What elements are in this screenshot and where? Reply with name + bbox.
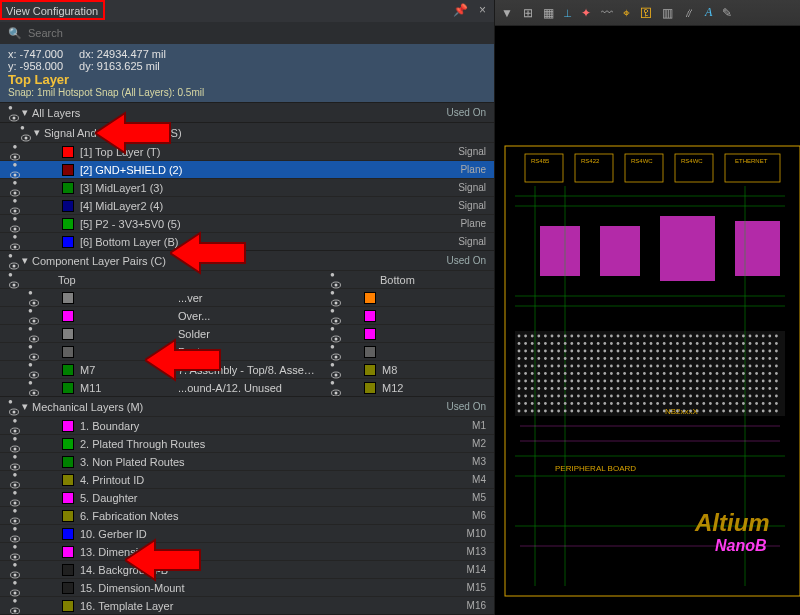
layer-row[interactable]: 6. Fabrication Notes M6 — [0, 506, 494, 524]
layer-row[interactable]: 16. Template Layer M16 — [0, 596, 494, 614]
caret-icon[interactable]: ▾ — [34, 126, 44, 139]
color-swatch[interactable] — [62, 528, 74, 540]
svg-point-131 — [689, 335, 692, 338]
section-component-pairs[interactable]: ▾ Component Layer Pairs (C) Used On — [0, 250, 494, 270]
svg-point-320 — [617, 372, 620, 375]
svg-point-226 — [524, 357, 527, 360]
svg-point-432 — [564, 395, 567, 398]
close-icon[interactable]: × — [479, 3, 486, 17]
svg-point-148 — [537, 342, 540, 345]
svg-point-529 — [676, 410, 679, 413]
route-icon[interactable]: 〰 — [601, 6, 613, 20]
svg-point-149 — [544, 342, 547, 345]
color-swatch[interactable] — [62, 438, 74, 450]
svg-point-354 — [577, 380, 580, 383]
color-swatch[interactable] — [62, 200, 74, 212]
filter-icon[interactable]: ▼ — [501, 6, 513, 20]
section-all-layers[interactable]: ▾ All Layers Used On — [0, 102, 494, 122]
grid-icon[interactable]: ▦ — [543, 6, 554, 20]
svg-point-155 — [584, 342, 587, 345]
svg-point-167 — [663, 342, 666, 345]
align-icon[interactable]: ⊞ — [523, 6, 533, 20]
eye-icon[interactable] — [8, 394, 22, 420]
key-icon[interactable]: ⚿ — [640, 6, 652, 20]
caret-icon[interactable]: ▾ — [22, 106, 32, 119]
svg-point-132 — [696, 335, 699, 338]
layer-row[interactable]: 1. Boundary M1 — [0, 416, 494, 434]
panel-titlebar[interactable]: View Configuration 📌 × — [0, 0, 494, 22]
svg-point-197 — [597, 350, 600, 353]
svg-point-383 — [768, 380, 771, 383]
section-mechanical[interactable]: ▾ Mechanical Layers (M) Used On — [0, 396, 494, 416]
layer-row[interactable]: 14. Background-B M14 — [0, 560, 494, 578]
color-swatch[interactable] — [62, 182, 74, 194]
layer-row[interactable]: [4] MidLayer2 (4) Signal — [0, 196, 494, 214]
canvas-toolbar[interactable]: ▼ ⊞ ▦ ⟂ ✦ 〰 ⌖ ⚿ ▥ ⫽ A ✎ — [495, 0, 800, 26]
svg-point-408 — [669, 387, 672, 390]
highlight-icon[interactable]: ✦ — [581, 6, 591, 20]
svg-point-533 — [702, 410, 705, 413]
svg-point-308 — [537, 372, 540, 375]
layer-row[interactable]: [5] P2 - 3V3+5V0 (5) Plane — [0, 214, 494, 232]
color-swatch[interactable] — [364, 382, 376, 394]
layer-tree[interactable]: ▾ All Layers Used On ▾ Signal And Plane … — [0, 102, 494, 615]
color-swatch[interactable] — [62, 236, 74, 248]
layer-row[interactable]: 10. Gerber ID M10 — [0, 524, 494, 542]
svg-point-206 — [656, 350, 659, 353]
color-swatch[interactable] — [62, 382, 74, 394]
color-swatch[interactable] — [62, 456, 74, 468]
svg-point-399 — [610, 387, 613, 390]
pcb-canvas[interactable]: RS485 RS422 RS4WC RS4WC ETHERNET PERIPHE… — [495, 26, 800, 615]
search-bar[interactable]: 🔍 — [0, 22, 494, 44]
layer-row[interactable]: 15. Dimension-Mount M15 — [0, 578, 494, 596]
pin-icon[interactable]: 📌 — [453, 3, 468, 17]
color-swatch[interactable] — [62, 474, 74, 486]
svg-point-230 — [551, 357, 554, 360]
layer-row[interactable]: 2. Plated Through Routes M2 — [0, 434, 494, 452]
svg-point-311 — [557, 372, 560, 375]
layer-row[interactable]: 13. DimensionA M13 — [0, 542, 494, 560]
caret-icon[interactable]: ▾ — [22, 400, 32, 413]
eye-icon[interactable] — [20, 120, 34, 146]
search-input[interactable] — [28, 27, 486, 39]
text-icon[interactable]: A — [705, 5, 712, 20]
eye-icon[interactable] — [8, 612, 22, 616]
color-swatch[interactable] — [62, 582, 74, 594]
layer-row[interactable]: [6] Bottom Layer (B) Signal — [0, 232, 494, 250]
svg-rect-96 — [540, 226, 580, 276]
color-swatch[interactable] — [62, 564, 74, 576]
svg-point-407 — [663, 387, 666, 390]
svg-point-214 — [709, 350, 712, 353]
color-swatch[interactable] — [62, 600, 74, 612]
chart-icon[interactable]: ⫽ — [683, 6, 695, 20]
svg-point-212 — [696, 350, 699, 353]
color-swatch[interactable] — [62, 510, 74, 522]
svg-point-499 — [742, 402, 745, 405]
section-signal[interactable]: ▾ Signal And Plane Layers (S) — [0, 122, 494, 142]
layer-row[interactable]: 5. Daughter M5 — [0, 488, 494, 506]
color-swatch[interactable] — [62, 146, 74, 158]
color-swatch[interactable] — [62, 164, 74, 176]
layer-tag: M5 — [446, 492, 486, 503]
layer-tag: Plane — [446, 218, 486, 229]
layer-row[interactable]: [2] GND+SHIELD (2) Plane — [0, 160, 494, 178]
svg-point-255 — [716, 357, 719, 360]
measure-icon[interactable]: ⟂ — [564, 6, 571, 20]
color-swatch[interactable] — [62, 492, 74, 504]
bars-icon[interactable]: ▥ — [662, 6, 673, 20]
snap-icon[interactable]: ⌖ — [623, 6, 630, 20]
svg-point-213 — [702, 350, 705, 353]
color-swatch[interactable] — [62, 218, 74, 230]
layer-row[interactable]: 4. Printout ID M4 — [0, 470, 494, 488]
layer-row[interactable]: 3. Non Plated Routes M3 — [0, 452, 494, 470]
color-swatch[interactable] — [62, 546, 74, 558]
layer-row[interactable]: [1] Top Layer (T) Signal — [0, 142, 494, 160]
layer-row[interactable]: [3] MidLayer1 (3) Signal — [0, 178, 494, 196]
eye-icon[interactable] — [8, 248, 22, 274]
svg-point-182 — [762, 342, 765, 345]
caret-icon[interactable]: ▾ — [22, 254, 32, 267]
svg-point-224 — [775, 350, 778, 353]
color-swatch[interactable] — [62, 420, 74, 432]
edit-icon[interactable]: ✎ — [722, 6, 732, 20]
pair-row[interactable]: M11 ...ound-A/12. Unused M12 — [0, 378, 494, 396]
